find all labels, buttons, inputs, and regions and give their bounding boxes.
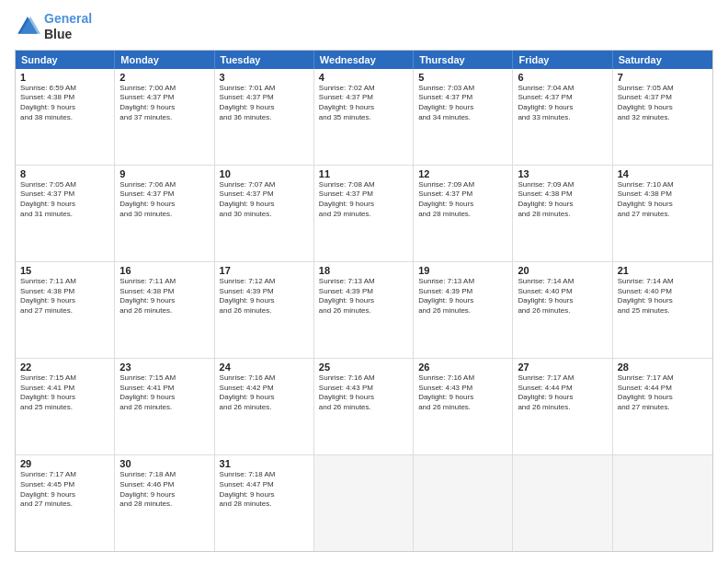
day-cell-23: 23Sunrise: 7:15 AM Sunset: 4:41 PM Dayli… xyxy=(115,359,214,454)
week-row-3: 15Sunrise: 7:11 AM Sunset: 4:38 PM Dayli… xyxy=(16,262,712,359)
day-number: 4 xyxy=(319,72,408,83)
day-info: Sunrise: 7:16 AM Sunset: 4:42 PM Dayligh… xyxy=(220,373,309,413)
empty-cell xyxy=(314,455,414,551)
day-cell-3: 3Sunrise: 7:01 AM Sunset: 4:37 PM Daylig… xyxy=(215,69,314,165)
day-cell-1: 1Sunrise: 6:59 AM Sunset: 4:38 PM Daylig… xyxy=(16,69,115,165)
day-info: Sunrise: 7:11 AM Sunset: 4:38 PM Dayligh… xyxy=(20,277,109,316)
day-info: Sunrise: 7:14 AM Sunset: 4:40 PM Dayligh… xyxy=(618,277,708,316)
header-day-tuesday: Tuesday xyxy=(215,51,314,69)
day-info: Sunrise: 7:00 AM Sunset: 4:37 PM Dayligh… xyxy=(119,84,209,123)
calendar-body: 1Sunrise: 6:59 AM Sunset: 4:38 PM Daylig… xyxy=(16,69,712,551)
day-info: Sunrise: 7:17 AM Sunset: 4:44 PM Dayligh… xyxy=(518,373,607,413)
day-info: Sunrise: 7:09 AM Sunset: 4:37 PM Dayligh… xyxy=(418,180,507,220)
day-number: 31 xyxy=(220,458,309,469)
day-cell-24: 24Sunrise: 7:16 AM Sunset: 4:42 PM Dayli… xyxy=(215,359,314,454)
header-day-friday: Friday xyxy=(513,51,612,69)
day-info: Sunrise: 7:07 AM Sunset: 4:37 PM Dayligh… xyxy=(220,180,309,220)
day-cell-27: 27Sunrise: 7:17 AM Sunset: 4:44 PM Dayli… xyxy=(513,359,612,454)
day-cell-28: 28Sunrise: 7:17 AM Sunset: 4:44 PM Dayli… xyxy=(613,359,712,454)
day-info: Sunrise: 7:05 AM Sunset: 4:37 PM Dayligh… xyxy=(20,180,109,220)
day-info: Sunrise: 7:10 AM Sunset: 4:38 PM Dayligh… xyxy=(618,180,708,220)
day-number: 2 xyxy=(119,72,209,83)
logo-text: General Blue xyxy=(44,11,92,42)
week-row-1: 1Sunrise: 6:59 AM Sunset: 4:38 PM Daylig… xyxy=(16,69,712,166)
day-cell-18: 18Sunrise: 7:13 AM Sunset: 4:39 PM Dayli… xyxy=(314,262,414,358)
day-number: 27 xyxy=(518,362,607,373)
day-info: Sunrise: 7:02 AM Sunset: 4:37 PM Dayligh… xyxy=(319,84,408,123)
week-row-2: 8Sunrise: 7:05 AM Sunset: 4:37 PM Daylig… xyxy=(16,166,712,262)
empty-cell xyxy=(414,455,513,551)
week-row-5: 29Sunrise: 7:17 AM Sunset: 4:45 PM Dayli… xyxy=(16,455,712,551)
day-number: 19 xyxy=(418,265,507,276)
page: General Blue SundayMondayTuesdayWednesda… xyxy=(0,0,728,563)
day-cell-26: 26Sunrise: 7:16 AM Sunset: 4:43 PM Dayli… xyxy=(414,359,513,454)
day-number: 10 xyxy=(220,168,309,179)
week-row-4: 22Sunrise: 7:15 AM Sunset: 4:41 PM Dayli… xyxy=(16,359,712,455)
day-info: Sunrise: 7:01 AM Sunset: 4:37 PM Dayligh… xyxy=(220,84,309,123)
empty-cell xyxy=(613,455,712,551)
day-info: Sunrise: 7:08 AM Sunset: 4:37 PM Dayligh… xyxy=(319,180,408,220)
day-info: Sunrise: 7:15 AM Sunset: 4:41 PM Dayligh… xyxy=(20,373,109,413)
day-info: Sunrise: 7:13 AM Sunset: 4:39 PM Dayligh… xyxy=(418,277,507,316)
empty-cell xyxy=(513,455,612,551)
day-cell-7: 7Sunrise: 7:05 AM Sunset: 4:37 PM Daylig… xyxy=(613,69,712,165)
day-info: Sunrise: 7:16 AM Sunset: 4:43 PM Dayligh… xyxy=(418,373,507,413)
day-info: Sunrise: 7:16 AM Sunset: 4:43 PM Dayligh… xyxy=(319,373,408,413)
logo: General Blue xyxy=(15,11,92,42)
day-number: 23 xyxy=(119,362,209,373)
day-cell-17: 17Sunrise: 7:12 AM Sunset: 4:39 PM Dayli… xyxy=(215,262,314,358)
day-cell-16: 16Sunrise: 7:11 AM Sunset: 4:38 PM Dayli… xyxy=(115,262,214,358)
day-cell-19: 19Sunrise: 7:13 AM Sunset: 4:39 PM Dayli… xyxy=(414,262,513,358)
day-number: 11 xyxy=(319,168,408,179)
day-info: Sunrise: 7:13 AM Sunset: 4:39 PM Dayligh… xyxy=(319,277,408,316)
day-cell-25: 25Sunrise: 7:16 AM Sunset: 4:43 PM Dayli… xyxy=(314,359,414,454)
day-cell-14: 14Sunrise: 7:10 AM Sunset: 4:38 PM Dayli… xyxy=(613,166,712,261)
calendar: SundayMondayTuesdayWednesdayThursdayFrid… xyxy=(15,50,713,552)
day-number: 6 xyxy=(518,72,607,83)
day-number: 17 xyxy=(220,265,309,276)
day-info: Sunrise: 7:12 AM Sunset: 4:39 PM Dayligh… xyxy=(220,277,309,316)
day-cell-6: 6Sunrise: 7:04 AM Sunset: 4:37 PM Daylig… xyxy=(513,69,612,165)
day-number: 22 xyxy=(20,362,109,373)
day-number: 20 xyxy=(518,265,607,276)
day-info: Sunrise: 7:18 AM Sunset: 4:47 PM Dayligh… xyxy=(220,470,309,510)
day-info: Sunrise: 7:03 AM Sunset: 4:37 PM Dayligh… xyxy=(418,84,507,123)
day-number: 29 xyxy=(20,458,109,469)
day-cell-13: 13Sunrise: 7:09 AM Sunset: 4:38 PM Dayli… xyxy=(513,166,612,261)
day-number: 1 xyxy=(20,72,109,83)
day-cell-9: 9Sunrise: 7:06 AM Sunset: 4:37 PM Daylig… xyxy=(115,166,214,261)
day-number: 18 xyxy=(319,265,408,276)
day-number: 13 xyxy=(518,168,607,179)
day-number: 7 xyxy=(618,72,708,83)
header-day-monday: Monday xyxy=(115,51,214,69)
header-day-thursday: Thursday xyxy=(414,51,513,69)
day-info: Sunrise: 7:18 AM Sunset: 4:46 PM Dayligh… xyxy=(119,470,209,510)
day-info: Sunrise: 7:09 AM Sunset: 4:38 PM Dayligh… xyxy=(518,180,607,220)
day-cell-8: 8Sunrise: 7:05 AM Sunset: 4:37 PM Daylig… xyxy=(16,166,115,261)
day-cell-10: 10Sunrise: 7:07 AM Sunset: 4:37 PM Dayli… xyxy=(215,166,314,261)
day-info: Sunrise: 7:14 AM Sunset: 4:40 PM Dayligh… xyxy=(518,277,607,316)
header-day-sunday: Sunday xyxy=(16,51,115,69)
logo-icon xyxy=(15,14,40,40)
day-info: Sunrise: 7:05 AM Sunset: 4:37 PM Dayligh… xyxy=(618,84,708,123)
header-day-wednesday: Wednesday xyxy=(314,51,414,69)
day-info: Sunrise: 7:17 AM Sunset: 4:45 PM Dayligh… xyxy=(20,470,109,510)
day-number: 25 xyxy=(319,362,408,373)
day-cell-5: 5Sunrise: 7:03 AM Sunset: 4:37 PM Daylig… xyxy=(414,69,513,165)
day-info: Sunrise: 7:11 AM Sunset: 4:38 PM Dayligh… xyxy=(119,277,209,316)
header: General Blue xyxy=(15,11,713,42)
day-cell-21: 21Sunrise: 7:14 AM Sunset: 4:40 PM Dayli… xyxy=(613,262,712,358)
day-number: 28 xyxy=(618,362,708,373)
day-number: 30 xyxy=(119,458,209,469)
day-number: 24 xyxy=(220,362,309,373)
day-cell-30: 30Sunrise: 7:18 AM Sunset: 4:46 PM Dayli… xyxy=(115,455,214,551)
day-number: 12 xyxy=(418,168,507,179)
header-day-saturday: Saturday xyxy=(613,51,712,69)
day-number: 16 xyxy=(119,265,209,276)
calendar-header: SundayMondayTuesdayWednesdayThursdayFrid… xyxy=(16,51,712,69)
day-cell-11: 11Sunrise: 7:08 AM Sunset: 4:37 PM Dayli… xyxy=(314,166,414,261)
day-number: 8 xyxy=(20,168,109,179)
day-cell-4: 4Sunrise: 7:02 AM Sunset: 4:37 PM Daylig… xyxy=(314,69,414,165)
day-number: 3 xyxy=(220,72,309,83)
day-cell-22: 22Sunrise: 7:15 AM Sunset: 4:41 PM Dayli… xyxy=(16,359,115,454)
